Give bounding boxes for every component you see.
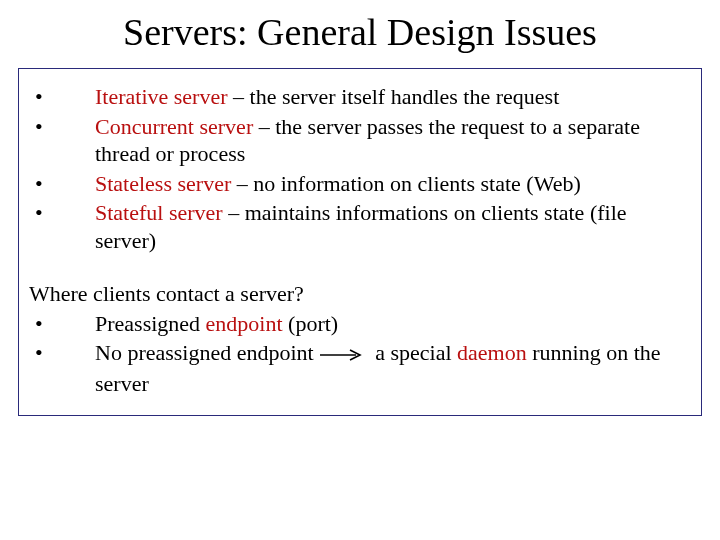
question-line: Where clients contact a server? <box>29 280 691 308</box>
bullet-text: Stateless server – no information on cli… <box>95 170 691 198</box>
bullet-marker: • <box>29 199 95 227</box>
slide: Servers: General Design Issues • Iterati… <box>0 0 720 540</box>
bullet-marker: • <box>29 83 95 111</box>
bullet-text: Stateful server – maintains informations… <box>95 199 691 254</box>
bullet-text: No preassigned endpoint a special daemon… <box>95 339 691 397</box>
rest: – no information on clients state (Web) <box>231 171 581 196</box>
bullet-marker: • <box>29 310 95 338</box>
bullet-item: • Preassigned endpoint (port) <box>29 310 691 338</box>
term: Concurrent server <box>95 114 253 139</box>
bullet-marker: • <box>29 113 95 141</box>
arrow-then: a special <box>375 340 457 365</box>
bullet-marker: • <box>29 339 95 367</box>
bullet-item: • Iterative server – the server itself h… <box>29 83 691 111</box>
term: daemon <box>457 340 527 365</box>
bullet-text: Concurrent server – the server passes th… <box>95 113 691 168</box>
bullet-marker: • <box>29 170 95 198</box>
content-box: • Iterative server – the server itself h… <box>18 68 702 416</box>
bullet-text: Preassigned endpoint (port) <box>95 310 691 338</box>
bullet-item: • No preassigned endpoint a special daem… <box>29 339 691 397</box>
bullet-text: Iterative server – the server itself han… <box>95 83 691 111</box>
slide-title: Servers: General Design Issues <box>18 10 702 54</box>
pre: No preassigned endpoint <box>95 340 314 365</box>
term: endpoint <box>206 311 283 336</box>
term: Stateless server <box>95 171 231 196</box>
bullet-item: • Concurrent server – the server passes … <box>29 113 691 168</box>
bullet-item: • Stateful server – maintains informatio… <box>29 199 691 254</box>
term: Stateful server <box>95 200 223 225</box>
pre: Preassigned <box>95 311 206 336</box>
post: (port) <box>283 311 339 336</box>
term: Iterative server <box>95 84 228 109</box>
bullet-item: • Stateless server – no information on c… <box>29 170 691 198</box>
arrow-icon <box>320 340 364 368</box>
rest: – the server itself handles the request <box>228 84 560 109</box>
